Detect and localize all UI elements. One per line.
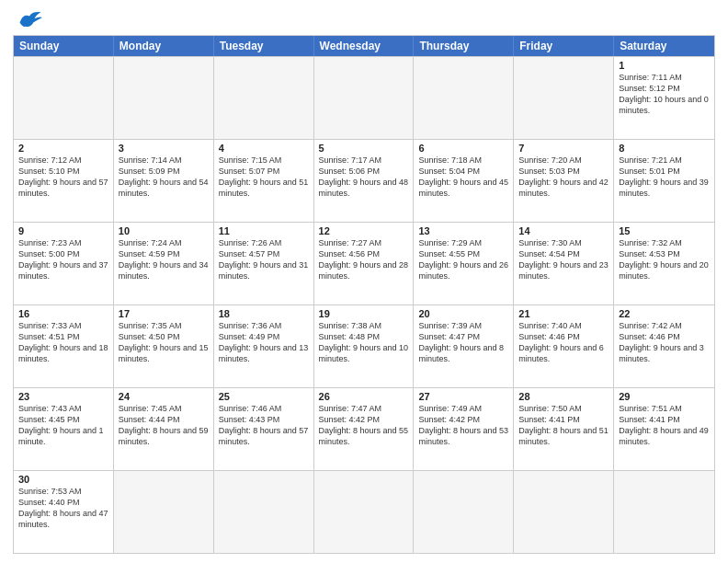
calendar-row-2: 9Sunrise: 7:23 AM Sunset: 5:00 PM Daylig… <box>14 222 714 304</box>
day-info: Sunrise: 7:43 AM Sunset: 4:45 PM Dayligh… <box>18 403 108 448</box>
day-cell-13: 13Sunrise: 7:29 AM Sunset: 4:55 PM Dayli… <box>414 223 514 304</box>
day-cell-15: 15Sunrise: 7:32 AM Sunset: 4:53 PM Dayli… <box>614 223 714 304</box>
day-number: 13 <box>418 225 508 236</box>
day-cell-8: 8Sunrise: 7:21 AM Sunset: 5:01 PM Daylig… <box>614 140 714 222</box>
weekday-header-thursday: Thursday <box>414 36 514 56</box>
day-info: Sunrise: 7:49 AM Sunset: 4:42 PM Dayligh… <box>418 403 508 448</box>
day-cell-3: 3Sunrise: 7:14 AM Sunset: 5:09 PM Daylig… <box>114 140 214 222</box>
day-cell-30: 30Sunrise: 7:53 AM Sunset: 4:40 PM Dayli… <box>14 471 114 553</box>
empty-cell <box>214 57 314 139</box>
day-cell-6: 6Sunrise: 7:18 AM Sunset: 5:04 PM Daylig… <box>414 140 514 222</box>
weekday-header-tuesday: Tuesday <box>214 36 314 56</box>
day-number: 14 <box>518 225 609 236</box>
day-info: Sunrise: 7:42 AM Sunset: 4:46 PM Dayligh… <box>619 320 710 365</box>
day-info: Sunrise: 7:20 AM Sunset: 5:03 PM Dayligh… <box>518 155 609 200</box>
logo-text <box>13 9 42 29</box>
day-info: Sunrise: 7:39 AM Sunset: 4:47 PM Dayligh… <box>418 320 508 365</box>
logo <box>13 9 42 29</box>
day-info: Sunrise: 7:33 AM Sunset: 4:51 PM Dayligh… <box>18 320 108 365</box>
weekday-header-monday: Monday <box>114 36 214 56</box>
empty-cell <box>414 57 514 139</box>
weekday-header-sunday: Sunday <box>14 36 114 56</box>
empty-cell <box>214 471 314 553</box>
day-cell-16: 16Sunrise: 7:33 AM Sunset: 4:51 PM Dayli… <box>14 305 114 387</box>
empty-cell <box>614 471 714 553</box>
day-cell-7: 7Sunrise: 7:20 AM Sunset: 5:03 PM Daylig… <box>514 140 614 222</box>
day-info: Sunrise: 7:21 AM Sunset: 5:01 PM Dayligh… <box>619 155 710 200</box>
day-info: Sunrise: 7:30 AM Sunset: 4:54 PM Dayligh… <box>518 237 609 282</box>
day-cell-21: 21Sunrise: 7:40 AM Sunset: 4:46 PM Dayli… <box>514 305 614 387</box>
day-number: 15 <box>619 225 710 236</box>
calendar-row-0: 1Sunrise: 7:11 AM Sunset: 5:12 PM Daylig… <box>14 56 714 139</box>
empty-cell <box>414 471 514 553</box>
day-cell-29: 29Sunrise: 7:51 AM Sunset: 4:41 PM Dayli… <box>614 388 714 470</box>
day-info: Sunrise: 7:26 AM Sunset: 4:57 PM Dayligh… <box>219 237 309 282</box>
day-number: 3 <box>119 143 209 154</box>
day-cell-25: 25Sunrise: 7:46 AM Sunset: 4:43 PM Dayli… <box>214 388 314 470</box>
day-number: 30 <box>18 474 108 485</box>
day-cell-5: 5Sunrise: 7:17 AM Sunset: 5:06 PM Daylig… <box>314 140 415 222</box>
calendar-row-3: 16Sunrise: 7:33 AM Sunset: 4:51 PM Dayli… <box>14 304 714 387</box>
day-info: Sunrise: 7:38 AM Sunset: 4:48 PM Dayligh… <box>319 320 409 365</box>
day-cell-1: 1Sunrise: 7:11 AM Sunset: 5:12 PM Daylig… <box>614 57 714 139</box>
calendar-row-4: 23Sunrise: 7:43 AM Sunset: 4:45 PM Dayli… <box>14 387 714 470</box>
day-info: Sunrise: 7:46 AM Sunset: 4:43 PM Dayligh… <box>219 403 309 448</box>
day-number: 20 <box>418 308 508 319</box>
calendar-body: 1Sunrise: 7:11 AM Sunset: 5:12 PM Daylig… <box>14 56 714 553</box>
day-number: 28 <box>518 391 609 402</box>
day-cell-27: 27Sunrise: 7:49 AM Sunset: 4:42 PM Dayli… <box>414 388 514 470</box>
day-cell-20: 20Sunrise: 7:39 AM Sunset: 4:47 PM Dayli… <box>414 305 514 387</box>
day-info: Sunrise: 7:32 AM Sunset: 4:53 PM Dayligh… <box>619 237 710 282</box>
day-cell-24: 24Sunrise: 7:45 AM Sunset: 4:44 PM Dayli… <box>114 388 214 470</box>
day-cell-4: 4Sunrise: 7:15 AM Sunset: 5:07 PM Daylig… <box>214 140 314 222</box>
day-info: Sunrise: 7:40 AM Sunset: 4:46 PM Dayligh… <box>518 320 609 365</box>
day-number: 6 <box>418 143 508 154</box>
day-info: Sunrise: 7:45 AM Sunset: 4:44 PM Dayligh… <box>119 403 209 448</box>
day-info: Sunrise: 7:15 AM Sunset: 5:07 PM Dayligh… <box>219 155 309 200</box>
day-info: Sunrise: 7:18 AM Sunset: 5:04 PM Dayligh… <box>418 155 508 200</box>
empty-cell <box>514 471 614 553</box>
day-cell-10: 10Sunrise: 7:24 AM Sunset: 4:59 PM Dayli… <box>114 223 214 304</box>
day-cell-19: 19Sunrise: 7:38 AM Sunset: 4:48 PM Dayli… <box>314 305 415 387</box>
day-number: 21 <box>518 308 609 319</box>
day-info: Sunrise: 7:29 AM Sunset: 4:55 PM Dayligh… <box>418 237 508 282</box>
weekday-header-saturday: Saturday <box>614 36 714 56</box>
day-info: Sunrise: 7:50 AM Sunset: 4:41 PM Dayligh… <box>518 403 609 448</box>
day-number: 29 <box>619 391 710 402</box>
day-cell-12: 12Sunrise: 7:27 AM Sunset: 4:56 PM Dayli… <box>314 223 415 304</box>
day-number: 4 <box>219 143 309 154</box>
day-info: Sunrise: 7:36 AM Sunset: 4:49 PM Dayligh… <box>219 320 309 365</box>
day-number: 2 <box>18 143 108 154</box>
weekday-header-wednesday: Wednesday <box>314 36 415 56</box>
day-number: 11 <box>219 225 309 236</box>
day-cell-9: 9Sunrise: 7:23 AM Sunset: 5:00 PM Daylig… <box>14 223 114 304</box>
day-info: Sunrise: 7:12 AM Sunset: 5:10 PM Dayligh… <box>18 155 108 200</box>
day-info: Sunrise: 7:27 AM Sunset: 4:56 PM Dayligh… <box>319 237 409 282</box>
day-number: 10 <box>119 225 209 236</box>
day-number: 26 <box>319 391 409 402</box>
day-number: 19 <box>319 308 409 319</box>
day-cell-17: 17Sunrise: 7:35 AM Sunset: 4:50 PM Dayli… <box>114 305 214 387</box>
day-cell-11: 11Sunrise: 7:26 AM Sunset: 4:57 PM Dayli… <box>214 223 314 304</box>
calendar-row-1: 2Sunrise: 7:12 AM Sunset: 5:10 PM Daylig… <box>14 139 714 222</box>
day-number: 12 <box>319 225 409 236</box>
day-number: 5 <box>319 143 409 154</box>
day-number: 22 <box>619 308 710 319</box>
page: SundayMondayTuesdayWednesdayThursdayFrid… <box>0 0 728 563</box>
day-info: Sunrise: 7:51 AM Sunset: 4:41 PM Dayligh… <box>619 403 710 448</box>
header <box>13 9 715 29</box>
day-cell-26: 26Sunrise: 7:47 AM Sunset: 4:42 PM Dayli… <box>314 388 415 470</box>
day-cell-18: 18Sunrise: 7:36 AM Sunset: 4:49 PM Dayli… <box>214 305 314 387</box>
day-number: 25 <box>219 391 309 402</box>
day-cell-22: 22Sunrise: 7:42 AM Sunset: 4:46 PM Dayli… <box>614 305 714 387</box>
day-number: 16 <box>18 308 108 319</box>
day-info: Sunrise: 7:14 AM Sunset: 5:09 PM Dayligh… <box>119 155 209 200</box>
calendar: SundayMondayTuesdayWednesdayThursdayFrid… <box>13 35 715 554</box>
day-cell-14: 14Sunrise: 7:30 AM Sunset: 4:54 PM Dayli… <box>514 223 614 304</box>
empty-cell <box>114 57 214 139</box>
logo-bird-icon <box>17 9 42 29</box>
empty-cell <box>514 57 614 139</box>
day-info: Sunrise: 7:23 AM Sunset: 5:00 PM Dayligh… <box>18 237 108 282</box>
day-info: Sunrise: 7:53 AM Sunset: 4:40 PM Dayligh… <box>18 486 108 531</box>
empty-cell <box>314 471 415 553</box>
